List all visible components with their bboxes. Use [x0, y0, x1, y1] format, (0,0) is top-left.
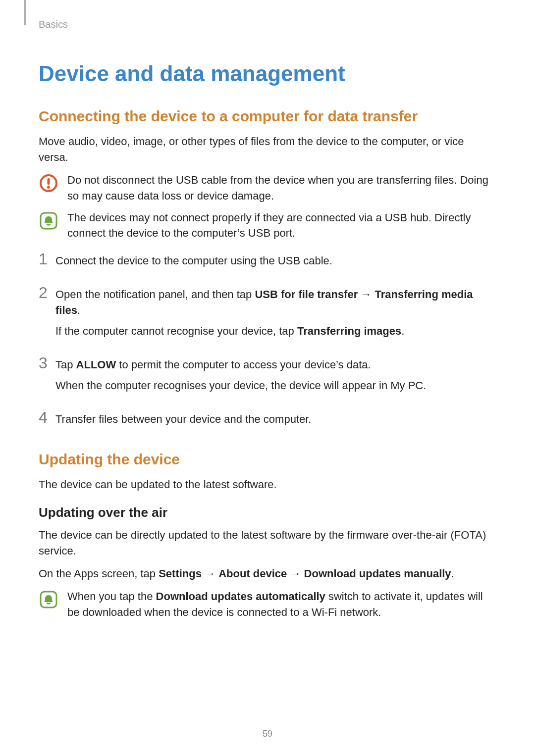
section2-intro: The device can be updated to the latest …: [39, 477, 496, 493]
text: If the computer cannot recognise your de…: [55, 325, 297, 337]
note-callout-2: When you tap the Download updates automa…: [39, 589, 496, 620]
bold-text: Settings: [159, 567, 202, 580]
text: On the Apps screen, tap: [39, 567, 159, 580]
section1-intro: Move audio, video, image, or other types…: [39, 134, 496, 165]
step-4-text: Transfer files between your device and t…: [55, 411, 496, 427]
note-icon: [39, 211, 58, 231]
bold-text: ALLOW: [76, 358, 116, 371]
note-icon: [39, 590, 58, 609]
step-3: 3 Tap ALLOW to permit the computer to ac…: [39, 355, 496, 399]
warning-icon: [39, 173, 58, 193]
step-2-line1: Open the notification panel, and then ta…: [55, 287, 496, 318]
step-4: 4 Transfer files between your device and…: [39, 409, 496, 432]
svg-rect-1: [48, 178, 50, 185]
step-3-line2: When the computer recognises your device…: [55, 378, 496, 394]
page-number: 59: [0, 729, 535, 739]
svg-point-2: [47, 186, 50, 189]
arrow-text: →: [287, 567, 304, 580]
text: When you tap the: [67, 590, 156, 603]
warning-text: Do not disconnect the USB cable from the…: [67, 172, 496, 204]
subsection-heading-ota: Updating over the air: [39, 505, 496, 520]
step-1-body: Connect the device to the computer using…: [55, 251, 496, 274]
note-callout-1: The devices may not connect properly if …: [39, 210, 496, 242]
step-4-body: Transfer files between your device and t…: [55, 409, 496, 432]
text: Open the notification panel, and then ta…: [55, 288, 255, 301]
bold-text: Download updates automatically: [156, 590, 325, 603]
step-2: 2 Open the notification panel, and then …: [39, 285, 496, 344]
step-number: 4: [39, 409, 55, 425]
step-list: 1 Connect the device to the computer usi…: [39, 251, 496, 432]
header-rule: [24, 0, 26, 25]
note-text-1: The devices may not connect properly if …: [67, 210, 496, 242]
text: .: [451, 567, 454, 580]
bold-text: Transferring images: [297, 325, 401, 337]
step-3-body: Tap ALLOW to permit the computer to acce…: [55, 355, 496, 399]
manual-page: Basics Device and data management Connec…: [0, 0, 535, 756]
bold-text: Download updates manually: [304, 567, 451, 580]
text: .: [401, 325, 404, 337]
step-number: 1: [39, 251, 55, 267]
step-3-line1: Tap ALLOW to permit the computer to acce…: [55, 357, 496, 373]
step-2-line2: If the computer cannot recognise your de…: [55, 323, 496, 339]
bold-text: About device: [218, 567, 287, 580]
section-heading-updating: Updating the device: [39, 451, 496, 468]
warning-callout: Do not disconnect the USB cable from the…: [39, 172, 496, 204]
text: .: [77, 304, 80, 316]
ota-paragraph-1: The device can be directly updated to th…: [39, 527, 496, 559]
step-number: 2: [39, 285, 55, 301]
text: to permit the computer to access your de…: [116, 358, 371, 371]
step-2-body: Open the notification panel, and then ta…: [55, 285, 496, 344]
page-header: Basics: [39, 18, 496, 33]
text: Tap: [55, 358, 76, 371]
step-1: 1 Connect the device to the computer usi…: [39, 251, 496, 274]
ota-paragraph-2: On the Apps screen, tap Settings → About…: [39, 566, 496, 582]
step-1-text: Connect the device to the computer using…: [55, 253, 496, 269]
arrow-text: →: [202, 567, 218, 580]
header-breadcrumb: Basics: [39, 19, 68, 30]
arrow-text: →: [358, 288, 374, 301]
note-text-2: When you tap the Download updates automa…: [67, 589, 496, 620]
page-title: Device and data management: [39, 61, 496, 86]
section-heading-connecting: Connecting the device to a computer for …: [39, 108, 496, 125]
bold-text: USB for file transfer: [255, 288, 358, 301]
step-number: 3: [39, 355, 55, 371]
